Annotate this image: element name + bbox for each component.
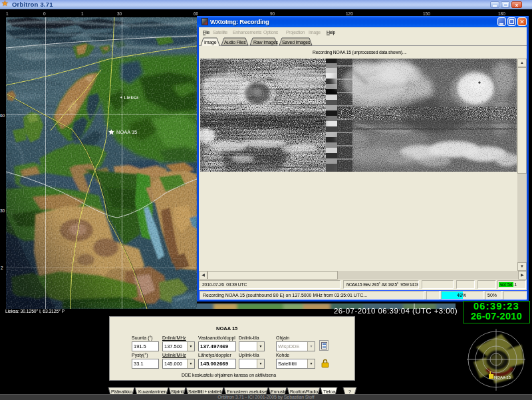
svg-text:Audio Files: Audio Files [224,40,246,45]
svg-text:Roottori/Radio: Roottori/Radio [290,389,318,394]
svg-text:?: ? [348,389,351,394]
svg-text:Raw Images: Raw Images [253,40,279,45]
svg-text:Ennusteen asetukset: Ennusteen asetukset [227,389,268,394]
svg-text:Saved Images: Saved Images [282,40,311,45]
svg-text:Ennuste: Ennuste [271,389,287,394]
svg-text:Image: Image [204,40,217,45]
svg-text:Satelliitti + ratatieto: Satelliitti + ratatieto [188,389,223,394]
svg-text:NOAA 15: NOAA 15 [494,375,511,379]
svg-text:Kuvantaminen: Kuvantaminen [138,389,167,394]
svg-text:Tietoa: Tietoa [323,389,335,394]
svg-text:Päävalikko: Päävalikko [111,389,132,394]
